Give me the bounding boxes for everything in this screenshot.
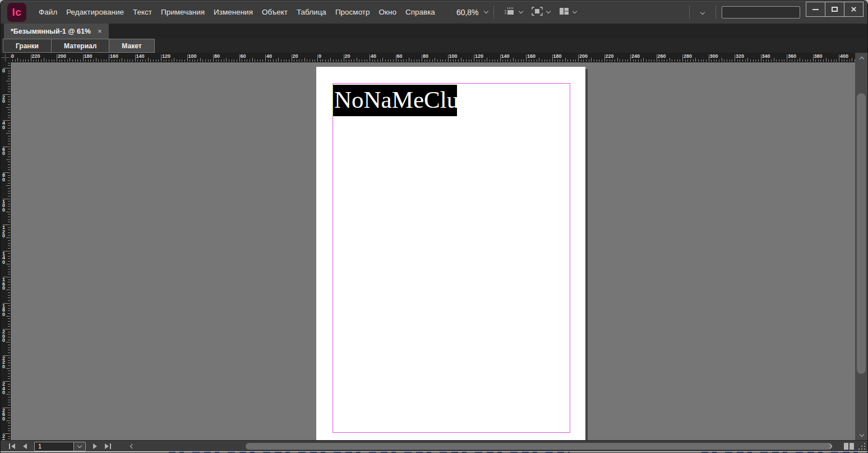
ruler-tick — [124, 60, 125, 62]
menu-item-текст[interactable]: Текст — [128, 1, 156, 23]
ruler-label: 8 0 — [2, 173, 5, 182]
ruler-label: 200 — [58, 53, 66, 59]
screen-mode-chevron-down-icon[interactable] — [546, 9, 550, 13]
ruler-tick — [6, 368, 10, 369]
ruler-tick — [667, 60, 667, 62]
page-number-dropdown[interactable] — [73, 442, 86, 451]
ruler-tick — [190, 60, 190, 62]
ruler-tick — [156, 60, 156, 62]
ruler-label: 80 — [214, 53, 220, 59]
menu-item-файл[interactable]: Файл — [34, 1, 62, 23]
ruler-tick — [67, 60, 68, 62]
menu-item-просмотр[interactable]: Просмотр — [331, 1, 375, 23]
ruler-tick — [8, 300, 10, 301]
ruler-tick — [346, 60, 347, 62]
ruler-tick — [573, 60, 574, 62]
ruler-tick — [560, 60, 560, 62]
ruler-tick — [409, 58, 409, 62]
menu-item-редактирование[interactable]: Редактирование — [62, 1, 128, 23]
horizontal-scrollbar[interactable] — [127, 442, 834, 451]
zoom-chevron-down-icon[interactable] — [483, 9, 488, 13]
ruler-tick — [8, 431, 10, 431]
ruler-tick — [268, 60, 269, 62]
incopy-app-icon[interactable]: Ic — [7, 3, 26, 22]
previous-page-button[interactable] — [20, 442, 30, 451]
menu-item-окно[interactable]: Окно — [375, 1, 401, 23]
ruler-tick — [33, 60, 34, 62]
ruler-tick — [8, 97, 10, 97]
titlebar-separator — [689, 6, 690, 19]
ruler-origin-corner[interactable] — [1, 53, 11, 62]
ruler-tick — [758, 60, 759, 62]
ruler-tick — [370, 54, 370, 62]
ruler-tick — [294, 60, 294, 62]
view-tab-гранки[interactable]: Гранки — [3, 39, 52, 53]
ruler-tick — [797, 60, 798, 62]
menu-item-таблица[interactable]: Таблица — [292, 1, 331, 23]
scroll-up-button[interactable] — [855, 53, 868, 62]
text-frame-content[interactable]: NoNaMeClub — [333, 85, 457, 115]
view-options-button[interactable] — [500, 4, 527, 21]
page-number-input[interactable] — [34, 442, 73, 451]
view-options-chevron-down-icon[interactable] — [518, 9, 523, 13]
resize-grip-icon — [858, 442, 866, 450]
document-tab[interactable]: *Безымянный-1 @ 61% × — [4, 24, 109, 39]
view-tab-материал[interactable]: Материал — [51, 39, 109, 53]
ruler-tick — [8, 298, 10, 298]
first-page-button[interactable] — [7, 442, 17, 451]
app-window: Ic ФайлРедактированиеТекстПримечанияИзме… — [0, 0, 868, 453]
view-tab-макет[interactable]: Макет — [109, 39, 154, 53]
ruler-tick — [8, 136, 10, 136]
ruler-tick — [200, 58, 201, 62]
maximize-button[interactable] — [825, 2, 844, 17]
ruler-tick — [529, 60, 529, 62]
ruler-tick — [322, 60, 323, 62]
ruler-tick — [453, 60, 454, 62]
horizontal-scrollbar-thumb[interactable] — [246, 443, 832, 450]
ruler-tick — [461, 58, 461, 62]
scroll-down-button[interactable] — [855, 431, 868, 440]
ruler-label: 1 2 0 — [2, 226, 5, 239]
ruler-label: 6 0 — [2, 148, 5, 156]
ruler-tick — [286, 60, 287, 62]
ruler-tick — [349, 60, 349, 62]
menu-item-объект[interactable]: Объект — [257, 1, 292, 23]
text-frame[interactable]: NoNaMeClub — [333, 85, 457, 116]
ruler-tick — [8, 248, 10, 249]
close-button[interactable]: × — [844, 2, 864, 17]
spread-view-button[interactable] — [843, 442, 855, 451]
ruler-tick — [445, 60, 446, 62]
pasteboard[interactable]: NoNaMeClub — [11, 62, 855, 440]
ruler-tick — [8, 164, 10, 165]
workspace-chevron-down-icon[interactable] — [700, 10, 705, 15]
ruler-tick — [8, 384, 10, 385]
arrange-documents-button[interactable] — [555, 4, 581, 21]
scroll-left-button[interactable] — [128, 442, 137, 451]
ruler-tick — [255, 60, 255, 62]
menu-item-справка[interactable]: Справка — [401, 1, 440, 23]
ruler-tick — [8, 170, 10, 170]
screen-mode-button[interactable] — [527, 4, 555, 21]
vertical-scrollbar-thumb[interactable] — [857, 93, 866, 374]
ruler-tick — [771, 60, 772, 62]
scroll-right-button[interactable] — [825, 442, 834, 451]
ruler-tick — [297, 60, 297, 62]
next-page-button[interactable] — [90, 442, 100, 451]
vertical-ruler[interactable]: 02 04 06 08 01 0 01 2 01 4 01 6 01 8 02 … — [1, 62, 11, 440]
ruler-tick — [117, 60, 117, 62]
arrange-documents-chevron-down-icon[interactable] — [572, 9, 576, 13]
zoom-level-control[interactable]: 60,8% — [454, 8, 488, 17]
ruler-tick — [492, 60, 493, 62]
ruler-tick — [6, 212, 10, 212]
last-page-button[interactable] — [103, 442, 113, 451]
search-input[interactable] — [722, 6, 800, 19]
vertical-scrollbar[interactable] — [855, 53, 868, 440]
menu-item-изменения[interactable]: Изменения — [209, 1, 257, 23]
ruler-label: 4 0 — [2, 121, 5, 130]
document-tab-close-icon[interactable]: × — [98, 27, 102, 35]
menu-item-примечания[interactable]: Примечания — [156, 1, 209, 23]
minimize-button[interactable] — [806, 2, 825, 17]
document-page[interactable]: NoNaMeClub — [316, 67, 585, 440]
horizontal-ruler[interactable]: 2402202001801601401201008060402002040608… — [11, 53, 855, 62]
ruler-tick — [8, 222, 10, 222]
